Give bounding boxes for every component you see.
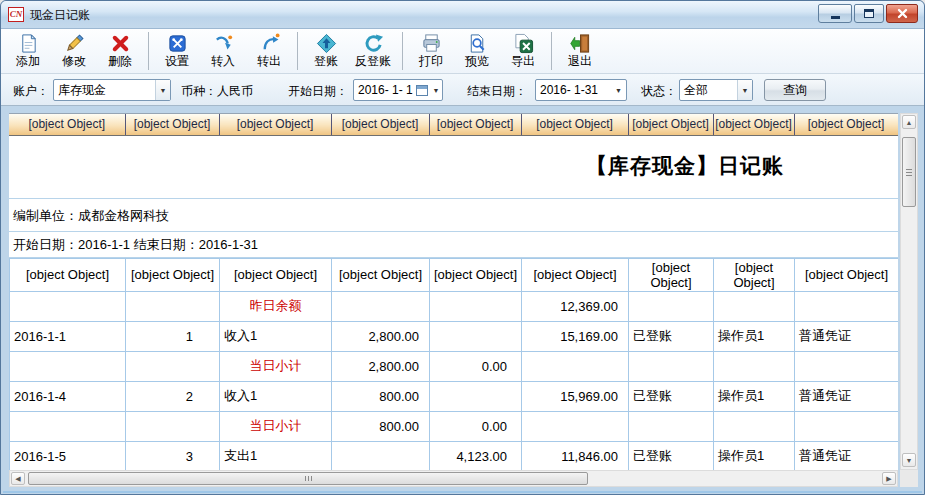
column-header[interactable]: [object Object] [521,114,628,135]
print-icon [421,33,442,54]
delete-button[interactable]: 删除 [99,31,141,71]
cell-voucher-type [795,351,899,381]
edit-button[interactable]: 修改 [53,31,95,71]
horizontal-scrollbar[interactable]: ◀ ▶ [9,470,898,487]
exit-icon [570,33,591,54]
column-header[interactable]: [object Object] [628,114,713,135]
table-row[interactable]: 2016-1-1 1 收入1 2,800.00 15,169.00 已登账 操作… [10,321,899,351]
column-header[interactable]: [object Object] [713,114,794,135]
cell-voucher-date [10,291,126,321]
table-row[interactable]: 2016-1-5 3 支出1 4,123.00 11,846.00 已登账 操作… [10,441,899,470]
scroll-up-button[interactable]: ▲ [902,115,916,129]
minimize-icon [831,16,840,19]
export-excel-icon [513,33,534,54]
journal-header-cell: [object Object] [795,258,899,291]
cell-voucher-date: 2016-1-4 [10,381,126,411]
window: CN 现金日记账 添加 [0,0,925,495]
cell-summary: 收入1 [220,381,332,411]
cell-credit: 0.00 [430,411,522,441]
toolbar-separator [551,32,552,70]
cell-summary: 昨日余额 [220,291,332,321]
transfer-in-icon [213,33,234,54]
end-date-picker[interactable]: 2016- 1-31 ▼ [535,79,627,101]
add-button[interactable]: 添加 [7,31,49,71]
cell-voucher-date [10,351,126,381]
cell-balance [522,411,629,441]
app-icon: CN [8,7,24,22]
cell-voucher-no: 2 [126,381,220,411]
column-header[interactable]: [object Object] [794,114,898,135]
query-button[interactable]: 查询 [764,79,826,101]
unpost-button[interactable]: 反登账 [351,31,395,71]
post-button[interactable]: 登账 [305,31,347,71]
cell-voucher-no [126,291,220,321]
cell-posted: 已登账 [629,381,714,411]
post-icon [316,33,337,54]
vertical-scroll-thumb[interactable] [902,137,916,207]
start-date-label: 开始日期： [288,83,348,100]
settings-button[interactable]: 设置 [156,31,198,71]
status-select[interactable]: 全部 ▼ [679,79,753,101]
report-title: 【库存现金】日记账 [529,152,841,180]
transfer-out-icon [259,33,280,54]
cell-balance: 15,169.00 [522,321,629,351]
start-date-picker[interactable]: 2016- 1- 1 ▼ [353,79,443,101]
scroll-right-button[interactable]: ▶ [882,472,896,485]
cell-voucher-no [126,351,220,381]
minimize-button[interactable] [818,4,852,23]
export-button[interactable]: 导出 [502,31,544,71]
cell-voucher-date: 2016-1-5 [10,441,126,470]
cell-credit [430,321,522,351]
toolbar: 添加 修改 删除 设置 [1,29,924,74]
cell-debit [332,441,430,470]
cell-voucher-no: 3 [126,441,220,470]
column-header[interactable]: [object Object] [125,114,219,135]
cell-summary: 支出1 [220,441,332,470]
table-row[interactable]: 当日小计 800.00 0.00 [10,411,899,441]
vertical-scrollbar[interactable]: ▲ ▼ [900,113,918,470]
account-label: 账户： [13,83,49,100]
column-header[interactable]: [object Object] [219,114,331,135]
print-button[interactable]: 打印 [410,31,452,71]
column-letter-header: [object Object][object Object][object Ob… [9,114,898,136]
maximize-button[interactable] [854,4,884,23]
chevron-down-icon: ▼ [430,80,442,100]
scroll-down-button[interactable]: ▼ [902,453,916,467]
journal-header-cell: [object Object] [522,258,629,291]
table-row[interactable]: 当日小计 2,800.00 0.00 [10,351,899,381]
settings-icon [167,33,188,54]
column-header[interactable]: [object Object] [331,114,429,135]
cell-summary: 收入1 [220,321,332,351]
cell-credit [430,291,522,321]
account-select[interactable]: 库存现金 ▼ [53,79,171,101]
cell-debit: 2,800.00 [332,351,430,381]
preview-button[interactable]: 预览 [456,31,498,71]
column-header[interactable]: [object Object] [9,114,125,135]
chevron-down-icon: ▼ [611,80,626,100]
status-value: 全部 [680,82,737,99]
currency-label: 币种： [181,83,217,100]
delete-x-icon [110,33,131,54]
cell-voucher-no: 1 [126,321,220,351]
scroll-left-button[interactable]: ◀ [11,472,25,485]
horizontal-scroll-thumb[interactable] [28,472,588,485]
cell-preparer: 操作员1 [714,441,795,470]
transfer-out-button[interactable]: 转出 [248,31,290,71]
report-title-band: 【库存现金】日记账 [9,136,898,199]
end-date-value: 2016- 1-31 [536,83,611,97]
close-button[interactable] [886,4,918,23]
close-icon [897,8,908,19]
journal-table: [object Object][object Object][object Ob… [9,258,898,471]
cell-preparer [714,291,795,321]
calendar-icon [416,85,428,96]
column-header[interactable]: [object Object] [429,114,521,135]
report-date-line: 开始日期：2016-1-1 结束日期：2016-1-31 [9,232,898,258]
toolbar-separator [297,32,298,70]
table-row[interactable]: 昨日余额 12,369.00 [10,291,899,321]
table-row[interactable]: 2016-1-4 2 收入1 800.00 15,969.00 已登账 操作员1… [10,381,899,411]
exit-button[interactable]: 退出 [559,31,601,71]
status-label: 状态： [641,83,677,100]
journal-header-row: [object Object][object Object][object Ob… [10,258,899,291]
transfer-in-button[interactable]: 转入 [202,31,244,71]
journal-header-cell: [object Object] [220,258,332,291]
